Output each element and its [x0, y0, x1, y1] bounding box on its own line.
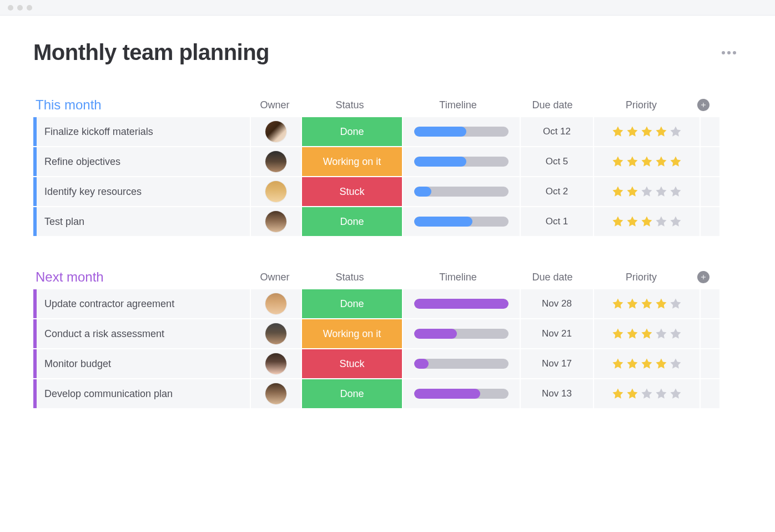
timeline-cell[interactable]	[403, 289, 520, 318]
due-date-cell[interactable]: Nov 21	[521, 319, 593, 348]
status-cell[interactable]: Done	[302, 379, 402, 408]
table-row[interactable]: Conduct a risk assessmentWorking on itNo…	[33, 319, 742, 348]
star-icon[interactable]	[669, 125, 682, 138]
owner-cell[interactable]	[251, 147, 301, 176]
priority-cell[interactable]	[594, 319, 699, 348]
task-name-cell[interactable]: Test plan	[37, 207, 250, 236]
star-icon[interactable]	[655, 297, 668, 310]
priority-cell[interactable]	[594, 177, 699, 206]
due-date-cell[interactable]: Nov 13	[521, 379, 593, 408]
task-name-cell[interactable]: Update contractor agreement	[37, 289, 250, 318]
star-icon[interactable]	[669, 215, 682, 228]
add-column-button[interactable]	[697, 99, 709, 111]
timeline-bar[interactable]	[414, 217, 509, 227]
column-header-due_date[interactable]: Due date	[516, 272, 588, 283]
due-date-cell[interactable]: Nov 17	[521, 349, 593, 378]
avatar[interactable]	[265, 323, 286, 344]
star-rating[interactable]	[611, 155, 682, 168]
owner-cell[interactable]	[251, 349, 301, 378]
star-icon[interactable]	[655, 155, 668, 168]
star-icon[interactable]	[626, 387, 639, 400]
star-icon[interactable]	[611, 327, 625, 340]
star-icon[interactable]	[655, 215, 668, 228]
due-date-cell[interactable]: Oct 5	[521, 147, 593, 176]
star-rating[interactable]	[611, 297, 682, 310]
window-dot-max[interactable]	[27, 5, 32, 11]
column-header-status[interactable]: Status	[300, 99, 400, 111]
star-icon[interactable]	[669, 327, 682, 340]
timeline-bar[interactable]	[414, 329, 509, 339]
star-icon[interactable]	[640, 125, 653, 138]
priority-cell[interactable]	[594, 147, 699, 176]
timeline-cell[interactable]	[403, 349, 520, 378]
star-icon[interactable]	[626, 155, 639, 168]
star-icon[interactable]	[669, 297, 682, 310]
owner-cell[interactable]	[251, 177, 301, 206]
window-dot-close[interactable]	[8, 5, 13, 11]
star-icon[interactable]	[626, 215, 639, 228]
due-date-cell[interactable]: Oct 12	[521, 117, 593, 146]
column-header-due_date[interactable]: Due date	[516, 99, 588, 111]
due-date-cell[interactable]: Oct 2	[521, 177, 593, 206]
group-title[interactable]: This month	[33, 97, 250, 113]
due-date-cell[interactable]: Oct 1	[521, 207, 593, 236]
priority-cell[interactable]	[594, 349, 699, 378]
star-icon[interactable]	[611, 185, 625, 198]
table-row[interactable]: Identify key resourcesStuckOct 2	[33, 177, 742, 206]
column-header-status[interactable]: Status	[300, 272, 400, 283]
task-name-cell[interactable]: Monitor budget	[37, 349, 250, 378]
star-icon[interactable]	[655, 327, 668, 340]
status-cell[interactable]: Stuck	[302, 349, 402, 378]
status-cell[interactable]: Done	[302, 207, 402, 236]
star-icon[interactable]	[655, 357, 668, 370]
timeline-cell[interactable]	[403, 147, 520, 176]
star-rating[interactable]	[611, 387, 682, 400]
star-icon[interactable]	[640, 387, 653, 400]
owner-cell[interactable]	[251, 319, 301, 348]
status-cell[interactable]: Working on it	[302, 319, 402, 348]
avatar[interactable]	[265, 383, 286, 404]
priority-cell[interactable]	[594, 117, 699, 146]
avatar[interactable]	[265, 293, 286, 314]
star-icon[interactable]	[626, 297, 639, 310]
table-row[interactable]: Finalize kickoff materialsDoneOct 12	[33, 117, 742, 146]
owner-cell[interactable]	[251, 207, 301, 236]
task-name-cell[interactable]: Develop communication plan	[37, 379, 250, 408]
timeline-bar[interactable]	[414, 157, 509, 167]
column-header-owner[interactable]: Owner	[250, 99, 300, 111]
status-cell[interactable]: Done	[302, 117, 402, 146]
star-icon[interactable]	[626, 357, 639, 370]
more-icon[interactable]	[722, 51, 736, 54]
add-column-button[interactable]	[697, 271, 709, 283]
star-icon[interactable]	[640, 327, 653, 340]
owner-cell[interactable]	[251, 379, 301, 408]
priority-cell[interactable]	[594, 379, 699, 408]
star-icon[interactable]	[669, 185, 682, 198]
star-icon[interactable]	[626, 327, 639, 340]
star-icon[interactable]	[611, 357, 625, 370]
star-icon[interactable]	[655, 125, 668, 138]
star-icon[interactable]	[640, 185, 653, 198]
star-icon[interactable]	[655, 387, 668, 400]
timeline-bar[interactable]	[414, 359, 509, 369]
task-name-cell[interactable]: Refine objectives	[37, 147, 250, 176]
star-icon[interactable]	[640, 215, 653, 228]
timeline-bar[interactable]	[414, 389, 509, 399]
avatar[interactable]	[265, 151, 286, 172]
task-name-cell[interactable]: Identify key resources	[37, 177, 250, 206]
star-icon[interactable]	[626, 125, 639, 138]
window-dot-min[interactable]	[17, 5, 23, 11]
star-rating[interactable]	[611, 125, 682, 138]
status-cell[interactable]: Stuck	[302, 177, 402, 206]
table-row[interactable]: Update contractor agreementDoneNov 28	[33, 289, 742, 318]
avatar[interactable]	[265, 211, 286, 232]
timeline-bar[interactable]	[414, 299, 509, 309]
column-header-timeline[interactable]: Timeline	[400, 272, 516, 283]
avatar[interactable]	[265, 181, 286, 202]
column-header-owner[interactable]: Owner	[250, 272, 300, 283]
star-icon[interactable]	[611, 387, 625, 400]
star-icon[interactable]	[669, 155, 682, 168]
star-rating[interactable]	[611, 185, 682, 198]
avatar[interactable]	[265, 121, 286, 142]
avatar[interactable]	[265, 353, 286, 374]
